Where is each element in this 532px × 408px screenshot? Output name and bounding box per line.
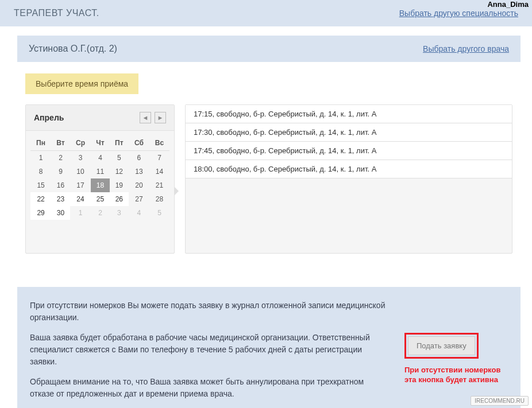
calendar-day[interactable]: 10 <box>70 165 91 178</box>
time-slot[interactable]: 17:30, свободно, б-р. Серебристый, д. 14… <box>186 123 512 142</box>
calendar-day[interactable]: 9 <box>51 165 70 178</box>
time-select-badge: Выберите время приёма <box>25 73 138 94</box>
calendar-day[interactable]: 22 <box>30 192 51 206</box>
specialty-header: ТЕРАПЕВТ УЧАСТ. Выбрать другую специальн… <box>0 0 532 26</box>
calendar-day[interactable]: 27 <box>129 192 149 206</box>
calendar-day[interactable]: 24 <box>70 192 91 206</box>
calendar-day[interactable]: 16 <box>51 178 70 192</box>
calendar-day[interactable]: 29 <box>30 206 51 220</box>
calendar: Апрель ◄ ► ПнВтСрЧтПтСбВс 12345678910111… <box>25 104 175 254</box>
calendar-grid: ПнВтСрЧтПтСбВс 1234567891011121314151617… <box>30 135 169 220</box>
calendar-day[interactable]: 13 <box>129 165 149 178</box>
calendar-day[interactable]: 18 <box>91 178 110 192</box>
calendar-day[interactable]: 2 <box>51 151 70 165</box>
specialty-title: ТЕРАПЕВТ УЧАСТ. <box>14 8 99 18</box>
calendar-month: Апрель <box>34 113 64 122</box>
calendar-day[interactable]: 14 <box>149 165 169 178</box>
calendar-weekday: Ср <box>70 135 91 151</box>
time-slot[interactable]: 18:00, свободно, б-р. Серебристый, д. 14… <box>186 160 512 178</box>
calendar-day: 2 <box>91 206 110 220</box>
calendar-weekday: Пн <box>30 135 51 151</box>
calendar-day: 3 <box>110 206 129 220</box>
calendar-day[interactable]: 19 <box>110 178 129 192</box>
chevron-left-icon: ◄ <box>142 114 149 121</box>
calendar-day[interactable]: 1 <box>30 151 51 165</box>
change-doctor-link[interactable]: Выбрать другого врача <box>423 44 509 53</box>
calendar-next-button[interactable]: ► <box>155 112 166 123</box>
doctor-name: Устинова О.Г.(отд. 2) <box>29 44 117 54</box>
calendar-day[interactable]: 12 <box>110 165 129 178</box>
calendar-weekday: Пт <box>110 135 129 151</box>
submit-highlight-box: Подать заявку <box>404 333 479 359</box>
calendar-day[interactable]: 30 <box>51 206 70 220</box>
calendar-day: 5 <box>149 206 169 220</box>
calendar-day[interactable]: 28 <box>149 192 169 206</box>
time-slots-panel: 17:15, свободно, б-р. Серебристый, д. 14… <box>185 104 512 254</box>
calendar-day[interactable]: 8 <box>30 165 51 178</box>
info-paragraph-2: Ваша заявка будет обработана в рабочие ч… <box>30 332 387 368</box>
calendar-day[interactable]: 15 <box>30 178 51 192</box>
calendar-day: 4 <box>129 206 149 220</box>
chevron-right-icon: ► <box>157 114 164 121</box>
calendar-weekday: Сб <box>129 135 149 151</box>
doctor-header: Устинова О.Г.(отд. 2) Выбрать другого вр… <box>17 36 521 62</box>
watermark-username: Anna_Dima <box>487 0 529 9</box>
change-specialty-link[interactable]: Выбрать другую специальность <box>399 9 518 18</box>
calendar-prev-button[interactable]: ◄ <box>140 112 151 123</box>
calendar-weekday: Вт <box>51 135 70 151</box>
info-paragraph-1: При отсутствии номерков Вы можете подать… <box>30 300 387 324</box>
calendar-day[interactable]: 7 <box>149 151 169 165</box>
calendar-day[interactable]: 25 <box>91 192 110 206</box>
calendar-day[interactable]: 23 <box>51 192 70 206</box>
info-paragraph-3: Обращаем внимание на то, что Ваша заявка… <box>30 376 387 400</box>
calendar-weekday: Чт <box>91 135 110 151</box>
calendar-day[interactable]: 21 <box>149 178 169 192</box>
calendar-day[interactable]: 11 <box>91 165 110 178</box>
calendar-day[interactable]: 20 <box>129 178 149 192</box>
calendar-day[interactable]: 4 <box>91 151 110 165</box>
info-panel: При отсутствии номерков Вы можете подать… <box>17 287 521 408</box>
submit-annotation: При отсутствии номерков эта кнопка будет… <box>404 366 508 385</box>
calendar-day[interactable]: 26 <box>110 192 129 206</box>
calendar-weekday: Вс <box>149 135 169 151</box>
submit-request-button[interactable]: Подать заявку <box>408 336 475 355</box>
time-slot[interactable]: 17:15, свободно, б-р. Серебристый, д. 14… <box>186 105 512 123</box>
calendar-day[interactable]: 5 <box>110 151 129 165</box>
calendar-day[interactable]: 17 <box>70 178 91 192</box>
time-slot[interactable]: 17:45, свободно, б-р. Серебристый, д. 14… <box>186 142 512 160</box>
calendar-day: 1 <box>70 206 91 220</box>
calendar-day[interactable]: 6 <box>129 151 149 165</box>
calendar-day[interactable]: 3 <box>70 151 91 165</box>
watermark-site: IRECOMMEND.RU <box>471 396 529 406</box>
